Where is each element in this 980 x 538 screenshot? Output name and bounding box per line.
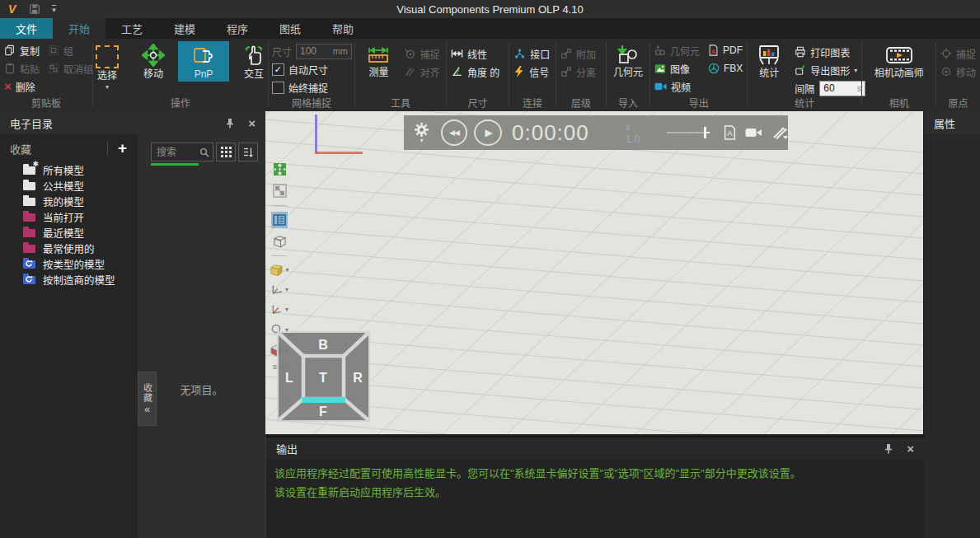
- select-button[interactable]: 选择 ▾: [86, 41, 129, 91]
- group-label-import: 导入: [607, 97, 649, 111]
- render-mode-button[interactable]: [273, 234, 287, 248]
- signal-button[interactable]: 信号: [509, 63, 554, 81]
- view-cube-top: T: [319, 371, 327, 385]
- gear-icon: [414, 122, 429, 138]
- sidebar-item-all-models[interactable]: ✱ 所有模型: [0, 162, 137, 178]
- view-editor-button[interactable]: [273, 213, 286, 227]
- output-message: 该设置在重新启动应用程序后生效。: [266, 483, 924, 502]
- pin-icon[interactable]: [225, 118, 235, 129]
- tab-drawing[interactable]: 图纸: [264, 18, 317, 39]
- save-icon[interactable]: [29, 3, 40, 15]
- search-icon[interactable]: [199, 147, 209, 157]
- simulation-settings-button[interactable]: ▾: [414, 122, 429, 143]
- align-icon: [404, 66, 415, 77]
- snap-button[interactable]: 捕捉: [400, 44, 443, 63]
- view-cube[interactable]: B L T R F: [277, 331, 370, 422]
- pdf-icon: A: [708, 44, 719, 56]
- export-fbx-button[interactable]: FBX: [704, 59, 747, 77]
- close-icon[interactable]: ×: [907, 442, 914, 456]
- paste-button[interactable]: 粘贴: [0, 59, 44, 77]
- origin-snap-icon: [940, 48, 952, 59]
- grid-size-input[interactable]: 100 mm: [296, 44, 352, 59]
- fit-view-button[interactable]: [273, 162, 287, 176]
- group-label-origin: 原点: [936, 97, 980, 111]
- delete-icon: ×: [4, 81, 12, 92]
- always-snap-checkbox[interactable]: [272, 82, 284, 94]
- select-icon: [96, 45, 119, 68]
- measure-button[interactable]: 测量: [357, 41, 400, 80]
- slider-handle[interactable]: [704, 127, 706, 138]
- tab-file[interactable]: 文件: [0, 18, 53, 39]
- tab-modeling[interactable]: 建模: [158, 18, 211, 39]
- detach-button[interactable]: 分离: [556, 63, 600, 81]
- group-label-dimension: 尺寸: [447, 97, 509, 111]
- copy-button[interactable]: 复制: [0, 41, 44, 59]
- tab-program[interactable]: 程序: [211, 18, 264, 39]
- quick-access-dropdown-icon[interactable]: ▾: [52, 5, 56, 13]
- copy-icon: [4, 44, 16, 56]
- tab-process[interactable]: 工艺: [106, 18, 158, 39]
- add-collection-button[interactable]: +: [107, 141, 127, 156]
- search-input[interactable]: [155, 146, 199, 159]
- attach-button[interactable]: 附加: [556, 44, 600, 63]
- export-graph-dropdown-icon: ▾: [854, 68, 857, 73]
- origin-snap-button[interactable]: 捕捉: [936, 44, 980, 63]
- sidebar-item-my-models[interactable]: 我的模型: [0, 194, 137, 209]
- sidebar-item-recent-models[interactable]: 最近模型: [0, 225, 137, 241]
- sidebar-item-currently-open[interactable]: 当前打开: [0, 209, 137, 225]
- camera-animator-button[interactable]: 相机动画师: [870, 41, 928, 81]
- tab-home[interactable]: 开始: [53, 18, 106, 39]
- reset-button[interactable]: ◀◀: [441, 119, 467, 146]
- origin-frame-button[interactable]: ▾: [270, 303, 288, 316]
- group-icon: [48, 44, 59, 56]
- ribbon-group-import: 几何元 导入: [607, 39, 649, 111]
- sort-button[interactable]: [238, 143, 258, 161]
- interface-button[interactable]: 接口: [509, 44, 554, 63]
- record-video-button[interactable]: [745, 127, 763, 138]
- interval-input[interactable]: 60 s: [819, 81, 865, 96]
- export-graph-button[interactable]: 导出图形 ▾: [790, 61, 870, 79]
- auto-size-checkbox[interactable]: ✓: [272, 63, 284, 76]
- trace-signals-button[interactable]: [771, 125, 788, 140]
- tab-help[interactable]: 帮助: [317, 18, 369, 39]
- shading-mode-button[interactable]: ▾: [270, 264, 288, 276]
- export-graph-icon: [795, 64, 806, 76]
- export-geometry-button[interactable]: 几何元: [650, 41, 704, 59]
- speed-slider[interactable]: [667, 127, 710, 138]
- angular-dimension-button[interactable]: 角度 的: [447, 63, 504, 81]
- play-button[interactable]: ▶: [474, 119, 502, 146]
- export-video-button[interactable]: 视频: [650, 77, 704, 96]
- close-icon[interactable]: ×: [248, 116, 256, 130]
- align-button[interactable]: 对齐: [400, 63, 443, 81]
- print-chart-button[interactable]: 打印图表: [790, 43, 870, 61]
- export-pdf-3d-button[interactable]: A: [723, 125, 737, 140]
- pnp-button[interactable]: PnP: [178, 41, 229, 82]
- viewport-3d[interactable]: ▾ ◀◀ ▶ 0:00:00 x 1.0 A ▾ ▾ ▾ ▾ ▾ SUP: [265, 111, 923, 434]
- ribbon-tab-bar: 文件 开始 工艺 建模 程序 图纸 帮助: [0, 18, 980, 39]
- sidebar-item-models-by-manufacturer[interactable]: 按制造商的模型: [0, 272, 137, 288]
- fit-selected-button[interactable]: [273, 184, 287, 198]
- search-box: [151, 143, 213, 161]
- pin-icon[interactable]: [884, 443, 893, 454]
- frames-visibility-button[interactable]: ▾: [270, 283, 288, 296]
- grid-view-button[interactable]: [216, 143, 236, 161]
- video-camera-icon: [654, 82, 667, 91]
- export-image-button[interactable]: 图像: [650, 59, 704, 77]
- group-label-hierarchy: 层级: [556, 97, 606, 111]
- delete-button[interactable]: × 删除: [0, 77, 44, 96]
- group-label-camera: 相机: [862, 97, 935, 111]
- sidebar-item-public-models[interactable]: 公共模型: [0, 178, 137, 194]
- origin-move-button[interactable]: 移动: [936, 63, 980, 81]
- group-label-statistics: 统计: [748, 97, 861, 111]
- move-button[interactable]: 移动: [132, 41, 175, 82]
- image-icon: [654, 63, 666, 74]
- collapse-favorites-tab[interactable]: 收藏 «: [138, 372, 157, 426]
- sidebar-item-models-by-type[interactable]: 按类型的模型: [0, 256, 137, 272]
- group-label-export: 导出: [650, 97, 747, 111]
- statistics-button[interactable]: 统计: [748, 41, 790, 81]
- export-pdf-button[interactable]: A PDF: [704, 41, 747, 59]
- import-geometry-button[interactable]: 几何元: [607, 41, 649, 80]
- interface-icon: [513, 48, 526, 59]
- sidebar-item-most-used[interactable]: 最常使用的: [0, 241, 137, 256]
- linear-dimension-button[interactable]: 线性: [447, 44, 504, 63]
